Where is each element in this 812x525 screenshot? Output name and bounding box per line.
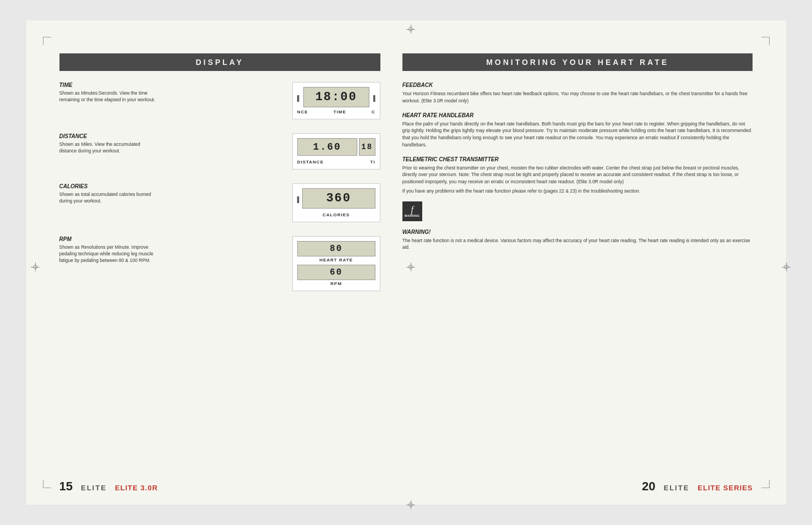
left-page-model: ELITE 3.0R [115, 484, 158, 492]
time-display-image: ▌ 18:00 ▐ NCE TIME C [170, 82, 380, 119]
display-section-header: DISPLAY [59, 53, 380, 71]
main-content: DISPLAY TIME Shown as Minutes:Seconds. V… [37, 48, 775, 474]
left-page-series: ELITE [81, 484, 107, 492]
corner-mark-br [761, 480, 770, 488]
calories-title: CALORIES [59, 183, 159, 189]
right-page-num: 20 [642, 479, 655, 493]
distance-value2: 18 [361, 143, 373, 151]
calories-lcd: ▌ 360 CALORIES [292, 183, 380, 222]
rpm-lcd: 80 HEART RATE 60 RPM [292, 236, 380, 291]
right-page-series-text: ELITE SERIES [697, 484, 753, 492]
footer-left: 15 ELITE ELITE 3.0R [37, 479, 391, 494]
rpm-rpm-label: RPM [297, 281, 375, 286]
footer-right: 20 ELITE ELITE SERIES [391, 479, 775, 494]
time-text-block: TIME Shown as Minutes:Seconds. View the … [59, 82, 170, 103]
time-label-center: TIME [334, 110, 346, 114]
display-header-wrapper: DISPLAY [59, 53, 380, 71]
warning-block: f WARNING [402, 201, 753, 221]
distance-display-image: 1.60 18 DISTANCE TI [170, 133, 380, 169]
calories-left-indicator: ▌ [297, 196, 301, 203]
rpm-display-item: RPM Shown as Revolutions per Minute. Imp… [59, 236, 380, 291]
calories-text-block: CALORIES Shown as total accumulated calo… [59, 183, 170, 205]
page-container: DISPLAY TIME Shown as Minutes:Seconds. V… [26, 20, 786, 505]
warning-icon-text: WARNING [405, 214, 420, 217]
time-title: TIME [59, 82, 159, 88]
calories-value: 360 [326, 192, 351, 205]
rpm-rpm-value: 60 [330, 267, 342, 277]
time-display-item: TIME Shown as Minutes:Seconds. View the … [59, 82, 380, 119]
corner-mark-bl [43, 480, 51, 488]
rpm-heart-rate-label: HEART RATE [297, 258, 375, 262]
calories-display-item: CALORIES Shown as total accumulated calo… [59, 183, 380, 222]
calories-display-image: ▌ 360 CALORIES [170, 183, 380, 222]
left-page-num: 15 [59, 479, 73, 493]
calories-lcd-row: ▌ 360 [297, 188, 375, 211]
distance-label-center: DISTANCE [297, 160, 324, 165]
distance-title: DISTANCE [59, 133, 159, 139]
time-value: 18:00 [315, 90, 357, 104]
display-title: DISPLAY [195, 58, 243, 67]
time-right-indicator: ▐ [370, 95, 375, 101]
handlebar-text: Place the palm of your hands directly on… [402, 121, 753, 149]
rpm-heart-rate-value: 80 [330, 244, 342, 254]
warning-title: WARNING! [402, 229, 753, 235]
rpm-description: Shown as Revolutions per Minute. Improve… [59, 244, 159, 264]
right-panel: MONITORING YOUR HEART RATE FEEDBACK Your… [391, 48, 775, 474]
distance-description: Shown as Miles. View the accumulated dis… [59, 141, 159, 155]
calories-screen: 360 [302, 188, 375, 209]
time-label-right: C [372, 110, 375, 114]
distance-text-block: DISTANCE Shown as Miles. View the accumu… [59, 133, 170, 155]
feedback-text: Your Horizon Fitness recumbent bike offe… [402, 90, 753, 105]
chest-transmitter-title: TELEMETRIC CHEST TRANSMITTER [402, 156, 753, 162]
right-page-series: ELITE [663, 484, 689, 492]
time-lcd-row: ▌ 18:00 ▐ [297, 87, 375, 110]
monitoring-header-wrapper: MONITORING YOUR HEART RATE [402, 53, 753, 71]
left-page-number: 15 ELITE ELITE 3.0R [59, 479, 158, 494]
chest-transmitter-text1: Prior to wearing the chest transmitter o… [402, 165, 753, 185]
right-page-number: 20 ELITE ELITE SERIES [642, 479, 753, 494]
time-description: Shown as Minutes:Seconds. View the time … [59, 90, 159, 103]
corner-mark-tl [43, 37, 51, 45]
distance-display-item: DISTANCE Shown as Miles. View the accumu… [59, 133, 380, 169]
time-label-left: NCE [297, 110, 308, 114]
feedback-title: FEEDBACK [402, 82, 753, 88]
distance-label-row: DISTANCE TI [297, 160, 375, 165]
distance-lcd: 1.60 18 DISTANCE TI [292, 133, 380, 169]
chest-transmitter-text2: If you have any problems with the heart … [402, 188, 753, 195]
handlebar-title: HEART RATE HANDLEBAR [402, 112, 753, 118]
footer: 15 ELITE ELITE 3.0R 20 ELITE ELITE SERIE… [37, 474, 775, 494]
distance-screens-row: 1.60 18 [297, 138, 375, 158]
time-screen: 18:00 [303, 87, 369, 107]
rpm-title: RPM [59, 236, 159, 242]
corner-mark-tr [761, 37, 770, 45]
monitoring-title: MONITORING YOUR HEART RATE [486, 58, 669, 67]
distance-value: 1.60 [313, 141, 341, 152]
rpm-heart-rate-screen: 80 [297, 241, 375, 256]
distance-label-right: TI [370, 160, 375, 165]
warning-icon-box: f WARNING [402, 201, 422, 221]
rpm-display-image: 80 HEART RATE 60 RPM [170, 236, 380, 291]
warning-icon-symbol: f [411, 205, 413, 214]
distance-main-screen: 1.60 [297, 138, 357, 156]
calories-label: CALORIES [297, 212, 375, 217]
distance-secondary-screen: 18 [359, 138, 375, 156]
time-left-indicator: ▌ [297, 95, 302, 101]
warning-text: The heart rate function is not a medical… [402, 237, 753, 251]
time-label-row: NCE TIME C [297, 110, 375, 114]
rpm-text-block: RPM Shown as Revolutions per Minute. Imp… [59, 236, 170, 264]
left-panel: DISPLAY TIME Shown as Minutes:Seconds. V… [37, 48, 391, 474]
time-lcd: ▌ 18:00 ▐ NCE TIME C [292, 82, 380, 119]
monitoring-section-header: MONITORING YOUR HEART RATE [402, 53, 753, 71]
calories-description: Shown as total accumulated calories burn… [59, 192, 159, 205]
rpm-rpm-screen: 60 [297, 265, 375, 280]
